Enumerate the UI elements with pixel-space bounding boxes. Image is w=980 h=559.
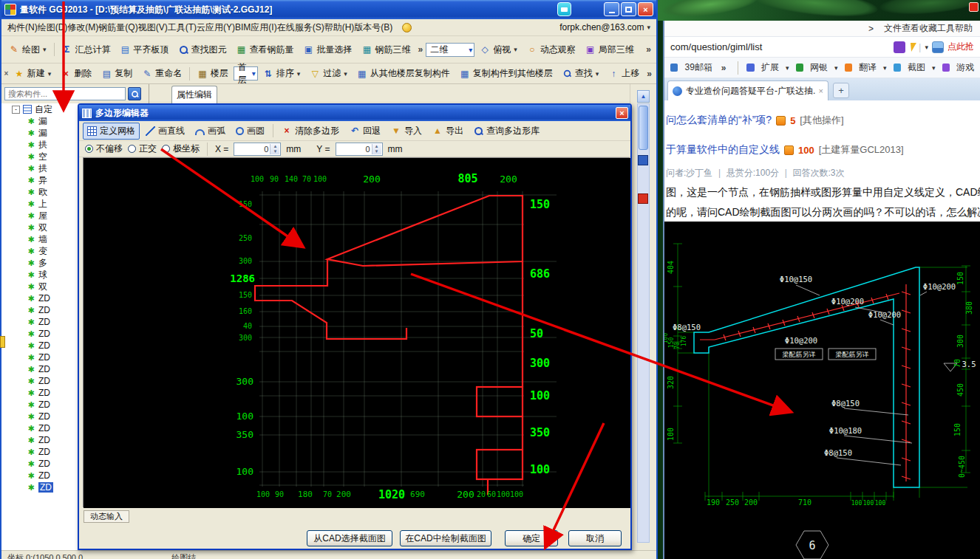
new-tab-button[interactable]: + bbox=[833, 83, 849, 98]
question-link[interactable]: 于算量软件中的自定义线 bbox=[666, 143, 780, 157]
toolbar-overflow-icon[interactable]: » bbox=[644, 69, 654, 79]
x-input[interactable]: 0▲▼ bbox=[234, 143, 281, 156]
local-3d-button[interactable]: ▣局部三维 bbox=[581, 41, 639, 59]
radio-polar[interactable]: 极坐标 bbox=[162, 143, 200, 155]
browser-menu-item[interactable]: 收藏 bbox=[919, 23, 937, 33]
panel-red-icon[interactable] bbox=[638, 193, 648, 204]
messenger-icon[interactable] bbox=[557, 2, 571, 16]
export-button[interactable]: ▲导出 bbox=[428, 123, 468, 140]
copy-button[interactable]: ▤复制 bbox=[97, 64, 137, 83]
menu-overflow-icon[interactable]: > bbox=[868, 24, 874, 34]
browser-menu-item[interactable]: 帮助 bbox=[955, 23, 973, 33]
copy-from-floor-button[interactable]: ▦从其他楼层复制构件 bbox=[353, 64, 455, 83]
browser-menu-item[interactable]: 查看 bbox=[902, 23, 919, 33]
copy-to-floor-button[interactable]: ▦复制构件到其他楼层 bbox=[455, 64, 557, 83]
batch-select-button[interactable]: ▣批量选择 bbox=[299, 41, 357, 59]
bookmark-mail[interactable]: 39邮箱 bbox=[684, 61, 712, 74]
flat-slab-button[interactable]: ▤平齐板顶 bbox=[116, 41, 174, 59]
polygon-canvas[interactable]: 100 90 140 70 100 200 805 200 150 250 30… bbox=[83, 157, 630, 507]
ok-button[interactable]: 确定 bbox=[505, 530, 558, 546]
define-grid-button[interactable]: 定义网格 bbox=[83, 123, 140, 140]
select-from-cad-button[interactable]: 从CAD选择截面图 bbox=[307, 530, 392, 546]
find-element-button[interactable]: 查找图元 bbox=[174, 41, 231, 59]
tab-close-icon[interactable]: × bbox=[819, 86, 823, 95]
toolbar-overflow-icon[interactable]: » bbox=[644, 44, 653, 55]
menu-item[interactable]: 钢筋量(Q) bbox=[98, 22, 137, 32]
dialog-close-button[interactable]: × bbox=[616, 107, 628, 119]
panel-blue-icon[interactable] bbox=[638, 155, 648, 165]
scrollbar-up-icon[interactable]: ▲ bbox=[637, 90, 650, 103]
bookmark-translate[interactable]: 翻译 bbox=[859, 61, 877, 74]
rename-button[interactable]: ✎重命名 bbox=[137, 64, 186, 83]
radio-ortho[interactable]: 正交 bbox=[128, 143, 157, 155]
query-library-button[interactable]: 查询多边形库 bbox=[469, 123, 544, 140]
close-button[interactable]: × bbox=[638, 2, 653, 16]
bookmark-extensions[interactable]: 扩展 bbox=[761, 61, 779, 74]
new-button[interactable]: ★新建▾ bbox=[10, 64, 56, 83]
lightning-icon[interactable] bbox=[908, 43, 916, 52]
bookmark-bank[interactable]: 网银 bbox=[810, 61, 828, 74]
vertical-scrollbar[interactable] bbox=[637, 103, 650, 543]
spinner-arrows-icon[interactable]: ▲▼ bbox=[270, 144, 279, 154]
tab-qa-platform[interactable]: 专业造价问题答疑平台-广联达抽... × bbox=[667, 80, 828, 100]
menu-item[interactable]: 构件(N) bbox=[7, 22, 38, 32]
draw-circle-button[interactable]: 画圆 bbox=[231, 123, 269, 140]
restore-button[interactable] bbox=[621, 2, 636, 16]
cancel-button[interactable]: 取消 bbox=[568, 530, 622, 546]
bookmark-game[interactable]: 游戏 bbox=[956, 61, 974, 74]
title-bar[interactable]: 量软件 GGJ2013 - [D:\预结算及抽筋\广联达抽筋\测试-2.GGJ1… bbox=[1, 0, 656, 19]
panel-close-icon[interactable]: × bbox=[4, 69, 9, 79]
sum-calc-button[interactable]: Σ汇总计算 bbox=[58, 41, 115, 59]
clear-polygon-button[interactable]: ×清除多边形 bbox=[277, 123, 344, 140]
top-view-button[interactable]: ◇俯视▾ bbox=[475, 41, 522, 59]
delete-button[interactable]: ×删除 bbox=[56, 64, 96, 83]
category-link[interactable]: [土建算量GCL2013] bbox=[819, 143, 904, 157]
orbit-button[interactable]: ○动态观察 bbox=[523, 41, 580, 59]
menu-item[interactable]: BIM应用(I) bbox=[235, 22, 277, 32]
undo-button[interactable]: ↶回退 bbox=[345, 123, 385, 140]
view-mode-combo[interactable]: 二维▾ bbox=[426, 43, 474, 57]
floor-combo[interactable]: 首层▾ bbox=[234, 66, 258, 80]
draw-arc-button[interactable]: 画弧 bbox=[191, 123, 230, 140]
promo-link[interactable]: 点此抢 bbox=[947, 41, 974, 53]
desktop-red-icon[interactable] bbox=[969, 2, 979, 12]
toolbar-overflow-icon[interactable]: » bbox=[416, 44, 426, 55]
address-text[interactable]: com/question/giml/list bbox=[670, 41, 762, 52]
account-area[interactable]: forpk.chen@163.com ▾ bbox=[559, 22, 650, 32]
bookmark-screenshot[interactable]: 截图 bbox=[908, 61, 925, 74]
search-input[interactable] bbox=[4, 87, 126, 100]
draw-in-cad-button[interactable]: 在CAD中绘制截面图 bbox=[400, 530, 491, 546]
menu-item[interactable]: 视图(V) bbox=[138, 22, 168, 32]
view-steel-button[interactable]: ▦查看钢筋量 bbox=[232, 41, 299, 59]
bookmarks-overflow-icon[interactable]: » bbox=[719, 63, 729, 73]
spinner-arrows-icon[interactable]: ▲▼ bbox=[372, 144, 381, 154]
radio-no-offset[interactable]: 不偏移 bbox=[85, 143, 123, 155]
question-link[interactable]: 问怎么套清单的“补”项? bbox=[666, 114, 772, 127]
draw-button[interactable]: ✎绘图▾ bbox=[4, 41, 51, 59]
dynamic-input-toggle[interactable]: 动态输入 bbox=[84, 510, 129, 523]
dialog-title-bar[interactable]: 多边形编辑器 × bbox=[79, 105, 630, 121]
smiley-icon[interactable] bbox=[402, 23, 412, 32]
search-button[interactable] bbox=[128, 87, 141, 100]
browser-menu-item[interactable]: 工具 bbox=[937, 23, 955, 33]
menu-item[interactable]: 在线服务(S) bbox=[277, 22, 324, 32]
menu-item[interactable]: 版本号(B) bbox=[354, 22, 392, 32]
image-icon[interactable] bbox=[932, 41, 944, 53]
draw-line-button[interactable]: 画直线 bbox=[141, 123, 189, 140]
steel-3d-button[interactable]: ▦钢筋三维 bbox=[358, 41, 415, 59]
snip-purple-icon[interactable] bbox=[894, 41, 905, 53]
address-bar[interactable]: com/question/giml/list | ▾ 点此抢 bbox=[664, 37, 980, 58]
menu-item[interactable]: 帮助(H) bbox=[324, 22, 355, 32]
chevron-down-icon[interactable]: ▾ bbox=[925, 44, 928, 51]
category-link[interactable]: [其他操作] bbox=[800, 114, 843, 127]
browser-menu-item[interactable]: 文件 bbox=[884, 23, 902, 33]
import-button[interactable]: ▼导入 bbox=[387, 123, 426, 140]
sort-button[interactable]: ⇅排序▾ bbox=[259, 64, 305, 83]
minimize-button[interactable] bbox=[604, 2, 619, 16]
collapse-icon[interactable]: - bbox=[12, 106, 20, 114]
menu-item[interactable]: 绘图(D) bbox=[38, 22, 68, 32]
move-up-button[interactable]: ↑上移 bbox=[604, 64, 644, 83]
tab-property-editor[interactable]: 属性编辑 bbox=[171, 86, 217, 103]
scrollbar-thumb[interactable] bbox=[639, 106, 648, 150]
filter-button[interactable]: ▽过滤▾ bbox=[305, 64, 352, 83]
